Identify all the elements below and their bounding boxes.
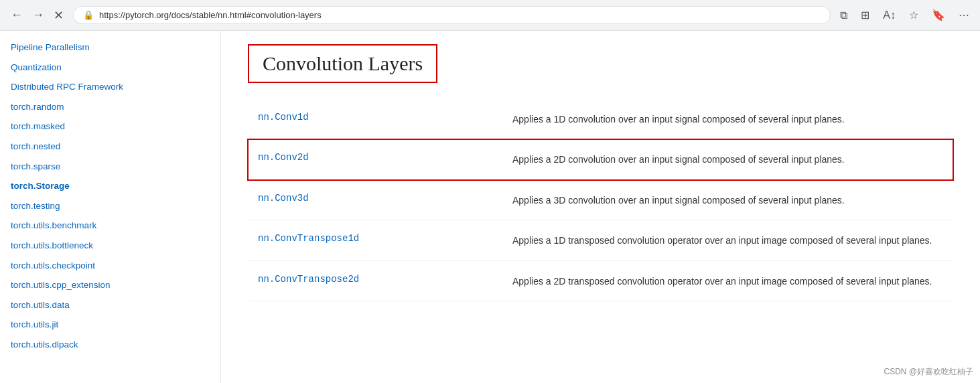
item-desc-3: Applies a 1D transposed convolution oper… — [512, 233, 943, 248]
item-name-0[interactable]: nn.Conv1d — [258, 112, 512, 123]
item-name-3[interactable]: nn.ConvTranspose1d — [258, 233, 512, 244]
grid-icon[interactable]: ⊞ — [858, 6, 872, 24]
more-icon[interactable]: ⋯ — [956, 6, 972, 24]
sidebar: Pipeline ParallelismQuantizationDistribu… — [0, 31, 221, 383]
section-heading-box: Convolution Layers — [248, 44, 437, 83]
address-bar[interactable]: 🔒 https://pytorch.org/docs/stable/nn.htm… — [73, 6, 831, 24]
sidebar-item-5[interactable]: torch.nested — [0, 137, 220, 157]
sidebar-item-0[interactable]: Pipeline Parallelism — [0, 37, 220, 58]
item-name-2[interactable]: nn.Conv3d — [258, 193, 512, 204]
table-row-2: nn.Conv3dApplies a 3D convolution over a… — [248, 180, 953, 220]
browser-chrome: ← → ✕ 🔒 https://pytorch.org/docs/stable/… — [0, 0, 980, 31]
table-row-1: nn.Conv2dApplies a 2D convolution over a… — [247, 139, 954, 180]
url-text: https://pytorch.org/docs/stable/nn.html#… — [99, 10, 821, 20]
sidebar-item-8[interactable]: torch.testing — [0, 196, 220, 216]
sidebar-item-11[interactable]: torch.utils.checkpoint — [0, 256, 220, 276]
item-name-1[interactable]: nn.Conv2d — [258, 152, 512, 163]
main-content: Convolution Layers nn.Conv1dApplies a 1D… — [221, 31, 980, 383]
sidebar-item-7[interactable]: torch.Storage — [0, 176, 220, 196]
items-list: nn.Conv1dApplies a 1D convolution over a… — [248, 99, 953, 301]
font-icon[interactable]: A↕ — [880, 7, 898, 24]
page-body: Pipeline ParallelismQuantizationDistribu… — [0, 31, 980, 383]
table-row-0: nn.Conv1dApplies a 1D convolution over a… — [248, 99, 953, 139]
section-title: Convolution Layers — [263, 52, 423, 75]
item-desc-4: Applies a 2D transposed convolution oper… — [512, 274, 943, 289]
sidebar-item-13[interactable]: torch.utils.data — [0, 295, 220, 315]
back-button[interactable]: ← — [8, 5, 25, 25]
lock-icon: 🔒 — [83, 10, 94, 20]
sidebar-item-15[interactable]: torch.utils.dlpack — [0, 335, 220, 355]
sidebar-item-4[interactable]: torch.masked — [0, 117, 220, 137]
item-desc-0: Applies a 1D convolution over an input s… — [512, 112, 943, 127]
tab-icon[interactable]: ⧉ — [837, 7, 850, 24]
table-row-4: nn.ConvTranspose2dApplies a 2D transpose… — [248, 261, 953, 301]
item-name-4[interactable]: nn.ConvTranspose2d — [258, 274, 512, 285]
toolbar-icons: ⧉ ⊞ A↕ ☆ 🔖 ⋯ — [837, 6, 972, 24]
close-button[interactable]: ✕ — [51, 5, 66, 25]
sidebar-item-10[interactable]: torch.utils.bottleneck — [0, 236, 220, 256]
sidebar-item-1[interactable]: Quantization — [0, 58, 220, 78]
table-row-3: nn.ConvTranspose1dApplies a 1D transpose… — [248, 220, 953, 260]
sidebar-item-12[interactable]: torch.utils.cpp_extension — [0, 275, 220, 295]
forward-button[interactable]: → — [29, 5, 47, 25]
bookmark-icon[interactable]: 🔖 — [929, 6, 948, 24]
sidebar-item-9[interactable]: torch.utils.benchmark — [0, 216, 220, 236]
nav-buttons: ← → ✕ — [8, 5, 66, 25]
star-icon[interactable]: ☆ — [906, 6, 921, 24]
item-desc-1: Applies a 2D convolution over an input s… — [512, 152, 943, 167]
sidebar-item-6[interactable]: torch.sparse — [0, 157, 220, 177]
sidebar-item-2[interactable]: Distributed RPC Framework — [0, 77, 220, 97]
item-desc-2: Applies a 3D convolution over an input s… — [512, 193, 943, 208]
sidebar-item-3[interactable]: torch.random — [0, 97, 220, 117]
sidebar-item-14[interactable]: torch.utils.jit — [0, 315, 220, 335]
